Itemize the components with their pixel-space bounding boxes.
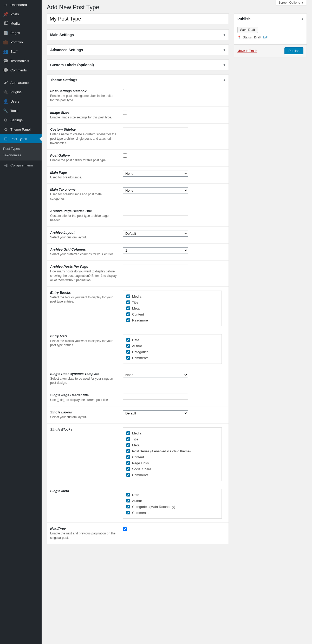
check-input[interactable] — [126, 455, 130, 459]
check-item[interactable]: Title — [126, 299, 218, 305]
save-draft-button[interactable]: Save Draft — [237, 27, 258, 33]
post-settings-checkbox[interactable] — [123, 89, 127, 93]
collapse-menu[interactable]: ◀ Collapse menu — [0, 160, 42, 170]
menu-label: Testimonials — [10, 59, 29, 63]
check-item[interactable]: Readmore — [126, 317, 218, 323]
sidebar-item-media[interactable]: 🖼Media — [0, 19, 42, 28]
collapse-label: Collapse menu — [10, 163, 33, 167]
menu-icon: 💼 — [3, 39, 8, 45]
check-item[interactable]: Date — [126, 492, 218, 498]
check-item[interactable]: Page Links — [126, 460, 218, 466]
sidebar-item-settings[interactable]: ⚙Settings — [0, 115, 42, 125]
main-settings-toggle[interactable]: Main Settings ▾ — [47, 30, 229, 40]
check-item[interactable]: Date — [126, 337, 218, 343]
check-label: Title — [132, 437, 138, 441]
check-input[interactable] — [126, 318, 130, 322]
submenu-taxonomies[interactable]: Taxonomies — [0, 152, 42, 158]
check-item[interactable]: Comments — [126, 472, 218, 478]
check-input[interactable] — [126, 300, 130, 304]
single-layout-select[interactable]: Default — [123, 410, 188, 416]
check-input[interactable] — [126, 356, 130, 360]
check-input[interactable] — [126, 449, 130, 453]
custom-labels-toggle[interactable]: Custom Labels (optional) ▾ — [47, 60, 229, 70]
check-item[interactable]: Post Series (if enabled via child theme) — [126, 448, 218, 454]
menu-icon: ⌂ — [3, 2, 8, 7]
archive-layout-select[interactable]: Default — [123, 231, 188, 237]
check-item[interactable]: Title — [126, 436, 218, 442]
archive-header-title-input[interactable] — [123, 209, 188, 216]
check-item[interactable]: Content — [126, 454, 218, 460]
check-input[interactable] — [126, 467, 130, 471]
field-custom-sidebar: Custom Sidebar Enter a name to create a … — [47, 124, 229, 149]
menu-icon: 💬 — [3, 58, 8, 63]
screen-options-toggle[interactable]: Screen Options ▼ — [276, 0, 307, 5]
main-page-select[interactable]: None — [123, 171, 188, 177]
check-item[interactable]: Media — [126, 430, 218, 436]
check-input[interactable] — [126, 461, 130, 465]
check-item[interactable]: Meta — [126, 305, 218, 311]
sidebar-item-plugins[interactable]: 🔌Plugins — [0, 87, 42, 97]
main-taxonomy-select[interactable]: None — [123, 187, 188, 193]
page-title: Add New Post Type — [47, 0, 307, 14]
check-input[interactable] — [126, 505, 130, 508]
field-entry-meta: Entry Meta Select the blocks you want to… — [47, 330, 229, 368]
menu-label: Comments — [10, 68, 27, 72]
check-item[interactable]: Meta — [126, 442, 218, 448]
sidebar-item-theme-panel[interactable]: ✿Theme Panel — [0, 125, 42, 134]
menu-icon: 🔧 — [3, 108, 8, 113]
archive-posts-per-page-input[interactable] — [123, 265, 188, 271]
theme-settings-toggle[interactable]: Theme Settings ▴ — [47, 75, 229, 85]
sidebar-item-portfolio[interactable]: 💼Portfolio — [0, 37, 42, 47]
check-item[interactable]: Comments — [126, 510, 218, 516]
sidebar-item-staff[interactable]: 👥Staff — [0, 47, 42, 56]
single-header-title-input[interactable] — [123, 393, 188, 400]
menu-label: Plugins — [10, 90, 22, 94]
move-to-trash-link[interactable]: Move to Trash — [237, 49, 257, 53]
sidebar-item-dashboard[interactable]: ⌂Dashboard — [0, 0, 42, 9]
check-item[interactable]: Author — [126, 343, 218, 349]
sidebar-item-comments[interactable]: 💬Comments — [0, 65, 42, 75]
post-type-title-input[interactable] — [47, 14, 229, 24]
sidebar-item-posts[interactable]: 📌Posts — [0, 9, 42, 19]
sidebar-item-appearance[interactable]: 🖌Appearance — [0, 78, 42, 87]
single-template-select[interactable]: None — [123, 372, 188, 378]
post-gallery-checkbox[interactable] — [123, 153, 127, 158]
check-input[interactable] — [126, 350, 130, 354]
check-input[interactable] — [126, 511, 130, 514]
check-input[interactable] — [126, 443, 130, 447]
submenu-post-types[interactable]: Post Types — [0, 145, 42, 152]
sidebar-item-post-types[interactable]: ⊞Post Types — [0, 134, 42, 143]
field-post-gallery: Post Gallery Enable the post gallery for… — [47, 150, 229, 167]
check-input[interactable] — [126, 338, 130, 342]
check-input[interactable] — [126, 437, 130, 441]
sidebar-item-pages[interactable]: 📄Pages — [0, 28, 42, 37]
check-item[interactable]: Media — [126, 293, 218, 299]
publish-box-toggle[interactable]: Publish ▴ — [234, 14, 307, 24]
sidebar-item-testimonials[interactable]: 💬Testimonials — [0, 56, 42, 65]
menu-label: Settings — [10, 118, 23, 122]
check-input[interactable] — [126, 294, 130, 298]
advanced-settings-toggle[interactable]: Advanced Settings ▾ — [47, 45, 229, 55]
next-prev-checkbox[interactable] — [123, 527, 127, 531]
check-item[interactable]: Categories (Main Taxonomy) — [126, 504, 218, 510]
check-item[interactable]: Content — [126, 311, 218, 317]
check-input[interactable] — [126, 306, 130, 310]
custom-sidebar-input[interactable] — [123, 128, 188, 134]
check-input[interactable] — [126, 431, 130, 435]
check-input[interactable] — [126, 499, 130, 502]
check-item[interactable]: Categories — [126, 349, 218, 355]
check-item[interactable]: Author — [126, 498, 218, 504]
sidebar-item-users[interactable]: 👤Users — [0, 97, 42, 106]
check-input[interactable] — [126, 473, 130, 477]
check-item[interactable]: Social Share — [126, 466, 218, 472]
archive-grid-cols-select[interactable]: 1 — [123, 247, 188, 253]
check-input[interactable] — [126, 312, 130, 316]
image-sizes-checkbox[interactable] — [123, 111, 127, 115]
publish-button[interactable]: Publish — [284, 47, 303, 54]
check-input[interactable] — [126, 344, 130, 348]
menu-label: Staff — [10, 50, 17, 53]
edit-status-link[interactable]: Edit — [263, 36, 268, 39]
check-input[interactable] — [126, 493, 130, 497]
check-item[interactable]: Comments — [126, 355, 218, 361]
sidebar-item-tools[interactable]: 🔧Tools — [0, 106, 42, 115]
